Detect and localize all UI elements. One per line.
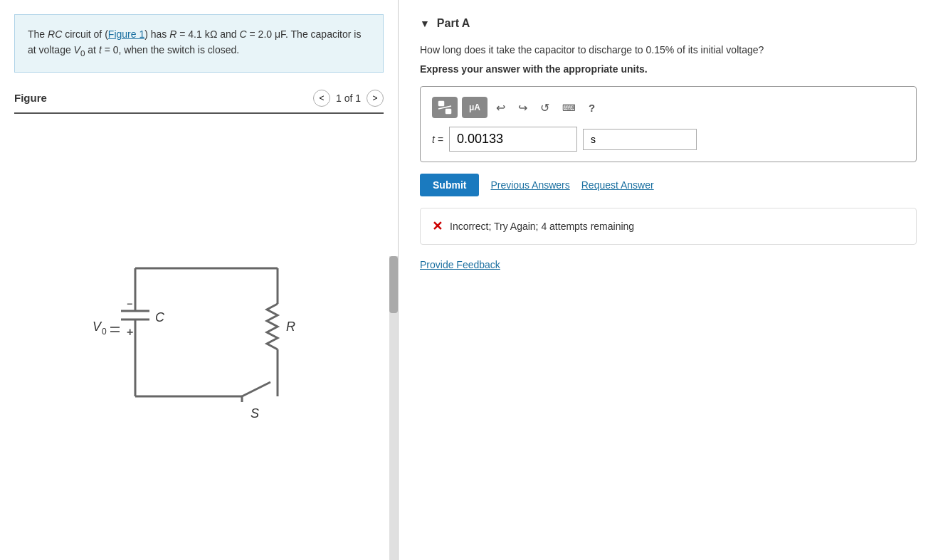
figure-title: Figure [14,92,47,104]
svg-rect-21 [438,101,444,106]
svg-line-4 [242,382,270,396]
value-input[interactable] [449,127,577,152]
help-button[interactable]: ? [584,97,599,118]
error-icon: ✕ [432,218,443,234]
svg-text:C: C [155,310,165,324]
variable-label: t = [432,134,443,145]
fraction-button[interactable] [432,97,458,118]
svg-text:R: R [286,319,295,334]
figure-prev-button[interactable]: < [313,90,330,107]
circuit-diagram: − + V 0 C R S [78,226,320,439]
part-title: Part A [437,17,470,30]
svg-rect-22 [446,109,451,114]
part-header: ▼ Part A [420,17,917,30]
svg-text:V: V [93,319,102,334]
answer-box: μA ↩ ↪ ↺ ⌨ ? t = [420,86,917,162]
figure-diagram: − + V 0 C R S [14,120,384,546]
problem-text: The RC circuit of (Figure 1) has R = 4.1… [28,28,361,56]
svg-text:S: S [251,406,259,421]
svg-text:+: + [127,326,133,338]
actions-row: Submit Previous Answers Request Answer [420,174,917,196]
figure-link[interactable]: Figure 1 [108,28,144,40]
reset-button[interactable]: ↺ [536,97,554,118]
submit-button[interactable]: Submit [420,174,479,196]
scrollbar[interactable] [389,256,398,560]
keyboard-button[interactable]: ⌨ [558,97,580,118]
mu-label: μA [469,102,480,112]
figure-next-button[interactable]: > [367,90,384,107]
problem-box: The RC circuit of (Figure 1) has R = 4.1… [14,14,384,73]
figure-nav: < 1 of 1 > [313,90,384,107]
redo-button[interactable]: ↪ [514,97,532,118]
part-collapse-icon[interactable]: ▼ [420,18,430,29]
undo-button[interactable]: ↩ [492,97,510,118]
fraction-icon [437,100,453,115]
left-panel: The RC circuit of (Figure 1) has R = 4.1… [0,0,399,560]
right-panel: ▼ Part A How long does it take the capac… [399,0,938,560]
input-row: t = [432,127,905,152]
feedback-box: ✕ Incorrect; Try Again; 4 attempts remai… [420,208,917,245]
svg-line-23 [438,106,451,109]
feedback-text: Incorrect; Try Again; 4 attempts remaini… [450,221,634,232]
svg-text:−: − [127,298,132,310]
figure-section: Figure < 1 of 1 > [14,84,384,546]
toolbar: μA ↩ ↪ ↺ ⌨ ? [432,97,905,118]
question-text: How long does it take the capacitor to d… [420,43,917,58]
express-text: Express your answer with the appropriate… [420,63,917,75]
svg-text:0: 0 [102,327,107,337]
mu-button[interactable]: μA [462,97,488,118]
figure-nav-label: 1 of 1 [336,93,361,104]
scrollbar-thumb [389,256,398,313]
previous-answers-button[interactable]: Previous Answers [490,179,569,191]
unit-input[interactable] [583,129,697,150]
provide-feedback-button[interactable]: Provide Feedback [420,259,500,270]
request-answer-button[interactable]: Request Answer [581,179,654,191]
figure-header: Figure < 1 of 1 > [14,84,384,114]
